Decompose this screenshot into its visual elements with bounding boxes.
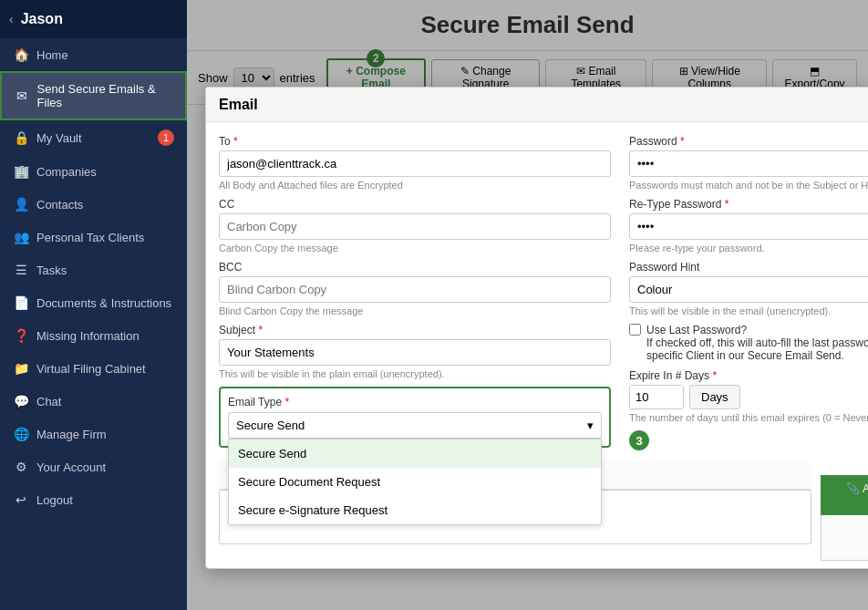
- logout-icon: ↩: [13, 492, 29, 507]
- bcc-input[interactable]: [219, 276, 611, 303]
- password-wrapper: 👁: [629, 150, 868, 177]
- expire-input[interactable]: [629, 385, 684, 409]
- sidebar-item-my-vault[interactable]: 🔒 My Vault 1: [0, 120, 187, 155]
- sidebar-item-home[interactable]: 🏠 Home: [0, 38, 187, 71]
- email-type-dropdown: Secure Send Secure Document Request Secu…: [228, 439, 602, 525]
- sidebar-label-companies: Companies: [36, 165, 97, 179]
- tasks-icon: ☰: [13, 263, 29, 277]
- files-drop-area[interactable]: [821, 515, 868, 561]
- sidebar-item-logout[interactable]: ↩ Logout: [0, 483, 187, 516]
- sidebar-item-send-secure[interactable]: ✉ Send Secure Emails & Files: [0, 71, 187, 120]
- email-modal: Email × To * All Body and Attached files…: [205, 87, 868, 569]
- cc-input[interactable]: [219, 213, 611, 240]
- bcc-label: BCC: [219, 261, 611, 274]
- password-hint: Passwords must match and not be in the S…: [629, 180, 868, 191]
- step3-badge: 3: [629, 430, 649, 450]
- email-type-option-esig-request[interactable]: Secure e-Signature Request: [229, 496, 601, 524]
- email-type-value: Secure Send: [236, 419, 305, 432]
- step3-area: 3: [629, 430, 868, 449]
- password-label: Password *: [629, 135, 868, 148]
- retype-hint: Please re-type your password.: [629, 243, 868, 253]
- virtual-filing-icon: 📁: [13, 361, 29, 376]
- subject-input[interactable]: [219, 339, 611, 366]
- vault-icon: 🔒: [13, 130, 29, 145]
- email-type-section: Email Type * Secure Send ▾ Secure Send S…: [219, 387, 611, 448]
- vault-badge: 1: [158, 129, 174, 146]
- password-input[interactable]: [629, 150, 868, 177]
- use-last-label: Use Last Password?: [646, 324, 747, 336]
- sidebar-item-documents[interactable]: 📄 Documents & Instructions: [0, 286, 187, 319]
- sidebar-label-manage-firm: Manage Firm: [36, 428, 107, 441]
- sidebar-nav: 🏠 Home ✉ Send Secure Emails & Files 🔒 My…: [0, 38, 187, 610]
- email-type-option-secure-send[interactable]: Secure Send: [229, 439, 601, 468]
- to-label: To *: [219, 135, 611, 148]
- documents-icon: 📄: [13, 295, 29, 310]
- sidebar-username: Jason: [21, 11, 63, 27]
- home-icon: 🏠: [13, 47, 29, 62]
- to-input[interactable]: [219, 150, 611, 177]
- sidebar-item-companies[interactable]: 🏢 Companies: [0, 155, 187, 188]
- modal-left-col: To * All Body and Attached files are Enc…: [219, 135, 611, 449]
- to-required: *: [233, 135, 238, 148]
- sidebar-label-virtual-filing: Virtual Filing Cabinet: [36, 362, 146, 376]
- personal-tax-icon: 👥: [13, 230, 29, 244]
- expire-row: Days: [629, 385, 868, 409]
- hint-input[interactable]: [629, 276, 868, 303]
- sidebar-label-logout: Logout: [36, 493, 73, 507]
- sidebar-label-tasks: Tasks: [36, 264, 67, 277]
- sidebar-item-virtual-filing[interactable]: 📁 Virtual Filing Cabinet: [0, 352, 187, 385]
- sidebar-item-personal-tax[interactable]: 👥 Personal Tax Clients: [0, 221, 187, 253]
- retype-input[interactable]: [629, 213, 868, 240]
- to-hint: All Body and Attached files are Encrypte…: [219, 180, 611, 191]
- retype-password-field-group: Re-Type Password * 👁 Please re-type your…: [629, 198, 868, 253]
- subject-hint: This will be visible in the plain email …: [219, 368, 611, 379]
- sidebar-label-missing-info: Missing Information: [36, 329, 140, 343]
- sidebar-collapse-icon[interactable]: ‹: [9, 12, 14, 26]
- email-type-select[interactable]: Secure Send ▾: [228, 412, 602, 439]
- sidebar-item-manage-firm[interactable]: 🌐 Manage Firm: [0, 418, 187, 450]
- subject-field-group: Subject * This will be visible in the pl…: [219, 324, 611, 379]
- bcc-hint: Blind Carbon Copy the message: [219, 305, 611, 316]
- companies-icon: 🏢: [13, 164, 29, 179]
- sidebar-label-your-account: Your Account: [36, 460, 106, 474]
- use-last-note: If checked off, this will auto-fill the …: [646, 336, 868, 362]
- modal-right-col: Password * 👁 Passwords must match and no…: [629, 135, 868, 449]
- days-button[interactable]: Days: [689, 385, 740, 409]
- sidebar: ‹ Jason 🏠 Home ✉ Send Secure Emails & Fi…: [0, 0, 187, 610]
- cc-label: CC: [219, 198, 611, 211]
- sidebar-header[interactable]: ‹ Jason: [0, 0, 187, 38]
- expire-note: The number of days until this email expi…: [629, 412, 868, 423]
- hint-field-group: Password Hint This will be visible in th…: [629, 261, 868, 316]
- chat-icon: 💬: [13, 394, 29, 408]
- email-type-required: *: [284, 396, 289, 408]
- use-last-password-checkbox[interactable]: [629, 324, 641, 336]
- files-panel: * designates required 📎 Add Files You ha…: [821, 461, 868, 561]
- add-files-button[interactable]: 📎 Add Files You have already uploaded.: [821, 475, 868, 515]
- email-type-select-wrapper: Secure Send ▾ Secure Send Secure Documen…: [228, 412, 602, 439]
- designates-note: * designates required: [821, 461, 868, 472]
- sidebar-label-send-secure: Send Secure Emails & Files: [37, 82, 172, 109]
- hint-note: This will be visible in the email (unenc…: [629, 305, 868, 316]
- sidebar-label-contacts: Contacts: [36, 198, 83, 212]
- send-secure-icon: ✉: [15, 88, 30, 103]
- missing-info-icon: ❓: [13, 328, 29, 343]
- hint-label: Password Hint: [629, 261, 868, 274]
- sidebar-item-tasks[interactable]: ☰ Tasks: [0, 253, 187, 286]
- main-content: Secure Email Send Show 10 25 50 entries …: [187, 0, 868, 610]
- sidebar-item-chat[interactable]: 💬 Chat: [0, 385, 187, 418]
- sidebar-item-missing-info[interactable]: ❓ Missing Information: [0, 319, 187, 352]
- modal-title: Email: [219, 97, 258, 113]
- retype-label: Re-Type Password *: [629, 198, 868, 211]
- bcc-field-group: BCC Blind Carbon Copy the message: [219, 261, 611, 316]
- expire-field-group: Expire In # Days * Days The number of da…: [629, 369, 868, 423]
- use-last-label-group: Use Last Password? If checked off, this …: [646, 324, 868, 362]
- sidebar-item-your-account[interactable]: ⚙ Your Account: [0, 450, 187, 483]
- email-type-option-doc-request[interactable]: Secure Document Request: [229, 468, 601, 496]
- sidebar-item-contacts[interactable]: 👤 Contacts: [0, 188, 187, 221]
- sidebar-label-home: Home: [36, 48, 68, 62]
- your-account-icon: ⚙: [13, 460, 29, 474]
- sidebar-label-chat: Chat: [36, 395, 61, 408]
- modal-titlebar: Email ×: [206, 88, 868, 122]
- expire-label: Expire In # Days *: [629, 369, 868, 382]
- retype-wrapper: 👁: [629, 213, 868, 240]
